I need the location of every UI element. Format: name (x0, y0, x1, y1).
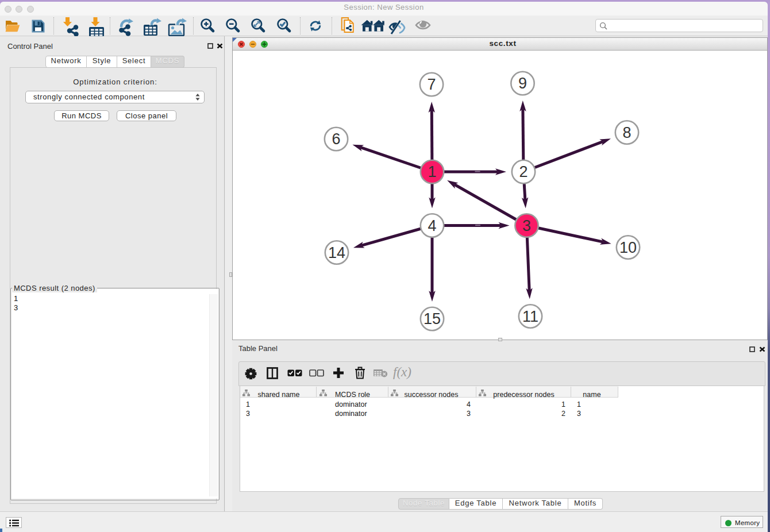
svg-text:3: 3 (522, 217, 531, 234)
svg-text:4: 4 (428, 217, 436, 234)
svg-text:14: 14 (328, 244, 345, 261)
svg-text:9: 9 (518, 75, 527, 92)
svg-text:2: 2 (519, 163, 528, 180)
svg-text:6: 6 (332, 130, 340, 148)
svg-text:1: 1 (428, 163, 436, 180)
svg-text:8: 8 (622, 124, 631, 141)
svg-text:7: 7 (427, 76, 436, 93)
svg-text:10: 10 (619, 239, 637, 256)
svg-text:15: 15 (424, 310, 441, 327)
svg-text:11: 11 (522, 308, 538, 325)
